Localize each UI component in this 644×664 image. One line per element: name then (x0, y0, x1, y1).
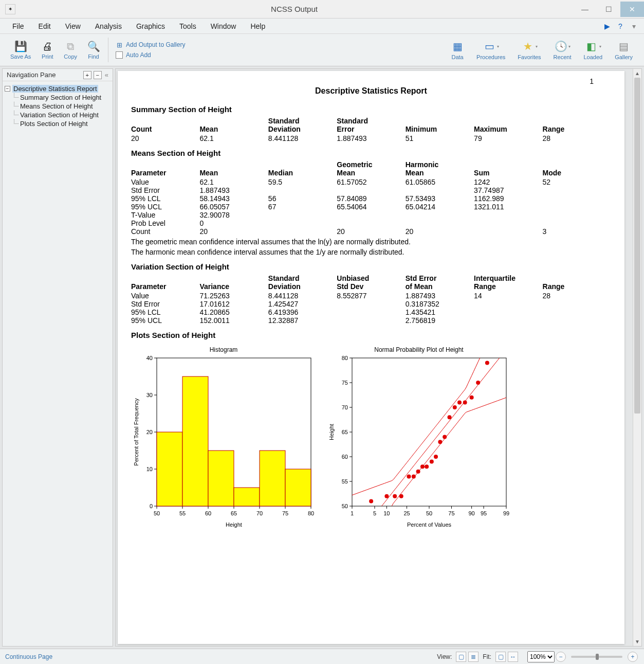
svg-text:90: 90 (469, 510, 475, 516)
zoom-out-button[interactable]: − (556, 652, 566, 662)
tree-root[interactable]: −Descriptive Statistics Report (5, 84, 111, 93)
page-mode-label[interactable]: Continuous Page (5, 653, 52, 660)
loaded-button[interactable]: ◧▾Loaded (577, 39, 609, 61)
dropdown-icon[interactable]: ▾ (629, 21, 639, 31)
svg-text:50: 50 (426, 510, 432, 516)
svg-text:20: 20 (146, 429, 153, 435)
svg-point-87 (463, 400, 467, 404)
gallery-icon: ▤ (617, 40, 631, 53)
fit-page-button[interactable]: ▢ (495, 652, 506, 662)
find-icon: 🔍 (87, 40, 100, 52)
tree-item-summary[interactable]: Summary Section of Height (5, 93, 111, 102)
svg-text:80: 80 (342, 355, 348, 361)
view-single-button[interactable]: ▢ (456, 652, 466, 662)
hide-pane-button[interactable]: « (105, 71, 108, 79)
svg-point-82 (438, 440, 442, 444)
means-table: Parameter Mean Median GeometricMean Harm… (131, 160, 611, 236)
find-button[interactable]: 🔍Find (82, 39, 105, 61)
maximize-button[interactable]: ☐ (597, 2, 620, 17)
svg-text:Height: Height (226, 522, 242, 528)
svg-rect-30 (208, 451, 234, 506)
svg-point-78 (420, 464, 425, 469)
close-button[interactable]: ✕ (620, 2, 644, 17)
procedures-button[interactable]: ▭▾Procedures (470, 39, 511, 61)
table-row: Value71.252638.4411288.5528771.887493142… (131, 292, 611, 300)
vertical-scrollbar[interactable]: ▲ ▼ (633, 69, 641, 646)
svg-text:5: 5 (373, 510, 376, 516)
summary-section-title: Summary Section of Height (131, 105, 611, 114)
menu-graphics[interactable]: Graphics (129, 20, 172, 33)
zoom-select[interactable]: 100% (527, 651, 555, 662)
auto-add-checkbox[interactable]: Auto Add (116, 51, 185, 59)
svg-point-79 (425, 464, 429, 469)
print-icon: 🖨 (41, 40, 53, 52)
report-title: Descriptive Statistics Report (131, 86, 611, 96)
view-continuous-button[interactable]: ≣ (468, 652, 479, 662)
summary-table: Count Mean StandardDeviation StandardErr… (131, 117, 611, 142)
svg-text:60: 60 (205, 510, 211, 516)
collapse-all-button[interactable]: − (94, 71, 102, 79)
svg-point-85 (453, 405, 457, 409)
table-row: 95% UCL152.001112.328872.756819 (131, 316, 611, 325)
table-row: Prob Level0 (131, 219, 611, 227)
expand-all-button[interactable]: + (83, 71, 91, 79)
menu-view[interactable]: View (58, 20, 88, 33)
favorites-button[interactable]: ★▾Favorites (511, 39, 547, 61)
svg-text:60: 60 (342, 454, 348, 460)
tree-toggle-icon[interactable]: − (5, 86, 10, 92)
document-area: 1 Descriptive Statistics Report Summary … (115, 68, 642, 647)
page-number: 1 (590, 77, 594, 85)
tree-item-means[interactable]: Means Section of Height (5, 102, 111, 111)
table-row: T-Value32.90078 (131, 211, 611, 219)
variation-section-title: Variation Section of Height (131, 262, 611, 271)
scroll-thumb[interactable] (634, 78, 640, 414)
save-icon: 💾 (14, 40, 27, 52)
add-output-to-gallery-button[interactable]: ⊞Add Output to Gallery (116, 41, 185, 48)
svg-rect-29 (182, 376, 208, 506)
svg-text:99: 99 (503, 510, 509, 516)
data-button[interactable]: ▦Data (445, 39, 470, 61)
fit-label: Fit: (483, 653, 491, 660)
zoom-in-button[interactable]: + (628, 652, 638, 662)
menu-analysis[interactable]: Analysis (88, 20, 129, 33)
svg-text:Normal Probability Plot of Hei: Normal Probability Plot of Height (374, 346, 464, 353)
menu-window[interactable]: Window (204, 20, 244, 33)
clock-icon: 🕓 (554, 40, 567, 53)
tree-item-variation[interactable]: Variation Section of Height (5, 111, 111, 119)
minimize-button[interactable]: — (573, 2, 597, 17)
gallery-button[interactable]: ▤Gallery (609, 39, 639, 61)
data-icon: ▦ (451, 40, 464, 53)
copy-button[interactable]: ⧉Copy (59, 39, 82, 61)
svg-text:Histogram: Histogram (210, 346, 238, 353)
zoom-slider[interactable] (571, 656, 622, 658)
svg-text:Percent of Total Frequency: Percent of Total Frequency (133, 398, 139, 466)
toolbar: 💾Save As 🖨Print ⧉Copy 🔍Find ⊞Add Output … (0, 34, 644, 66)
svg-text:Height: Height (328, 424, 335, 440)
variation-table: Parameter Variance StandardDeviation Unb… (131, 274, 611, 325)
svg-text:1: 1 (351, 510, 354, 516)
svg-point-71 (369, 499, 373, 503)
menu-help[interactable]: Help (243, 20, 272, 33)
svg-point-84 (448, 415, 452, 419)
svg-point-80 (430, 460, 434, 464)
help-icon[interactable]: ? (615, 21, 625, 31)
tree-item-plots[interactable]: Plots Section of Height (5, 119, 111, 128)
svg-point-75 (407, 474, 411, 478)
svg-point-88 (470, 396, 474, 400)
save-as-button[interactable]: 💾Save As (5, 39, 36, 61)
scroll-up-icon[interactable]: ▲ (633, 69, 641, 78)
menu-tools[interactable]: Tools (172, 20, 204, 33)
means-note-1: The geometric mean confidence interval a… (131, 238, 611, 246)
procedures-icon: ▭ (483, 40, 496, 53)
menu-edit[interactable]: Edit (31, 20, 58, 33)
svg-text:75: 75 (282, 510, 288, 516)
fit-width-button[interactable]: ↔ (508, 652, 518, 662)
recent-button[interactable]: 🕓▾Recent (547, 39, 578, 61)
scroll-down-icon[interactable]: ▼ (633, 637, 641, 646)
svg-point-77 (416, 470, 420, 474)
nav-tree: −Descriptive Statistics Report Summary S… (3, 81, 113, 131)
table-row: Value62.159.561.5705261.05865124252 (131, 178, 611, 186)
play-icon[interactable]: ▶ (602, 21, 612, 31)
menu-file[interactable]: File (5, 20, 31, 33)
print-button[interactable]: 🖨Print (36, 39, 59, 61)
